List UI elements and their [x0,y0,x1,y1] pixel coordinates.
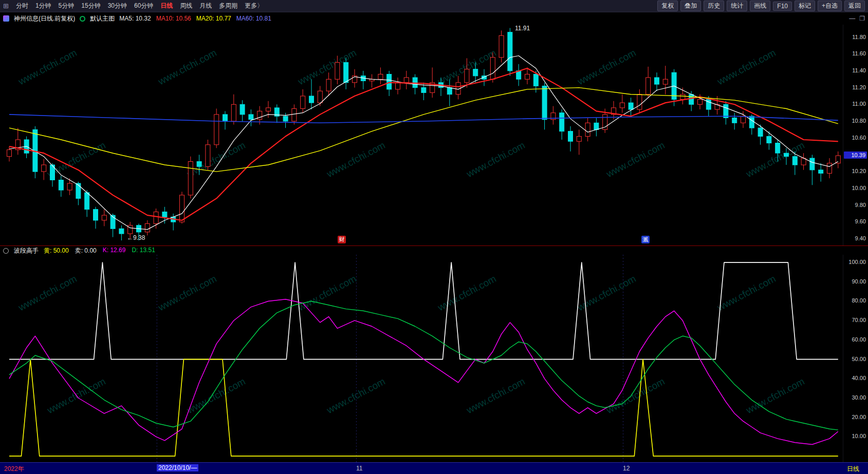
toolbar-button[interactable]: 返回 [844,1,865,11]
minimize-icon[interactable]: — [849,15,855,22]
info-bar: 神州信息(日线.前复权) 默认主图 MA5: 10.32MA10: 10.56M… [0,12,868,25]
current-price-tag: 10.39 [844,151,867,159]
price-axis-tick: 10.00 [852,185,866,191]
price-axis-tick: 11.60 [852,50,866,56]
price-axis-tick: 10.60 [852,135,866,141]
period-tab[interactable]: 1分钟 [35,2,51,10]
indicator-chart[interactable] [0,255,843,462]
indicator-axis-tick: 80.00 [852,297,866,304]
price-axis-tick: 11.80 [852,34,866,40]
signal-marker-jian: 溅 [641,236,650,243]
date-label: 2022/10/10/— [157,464,198,471]
toolbar-button[interactable]: 历史 [704,1,724,11]
ma-labels: MA5: 10.32MA10: 10.56MA20: 10.77MA60: 10… [119,15,271,22]
price-axis-tick: 11.40 [852,67,866,73]
indicator-value: D: 13.51 [132,247,155,255]
indicator-axis: 100.0090.0080.0070.0060.0050.0040.0030.0… [843,255,868,462]
period-menu: ⊞ 分时1分钟5分钟15分钟30分钟60分钟日线周线月线多周期更多〉 [3,2,263,10]
price-axis-tick: 9.80 [855,202,866,208]
main-chart-style-label[interactable]: 默认主图 [90,14,115,23]
toolbar-button[interactable]: 画线 [750,1,770,11]
indicator-axis-tick: 60.00 [852,336,866,343]
stock-icon [3,15,9,22]
price-axis-tick: 9.40 [855,235,866,241]
main-chart[interactable] [0,25,843,245]
high-annotation: 11.91 [515,25,530,32]
toolbar-button[interactable]: 复权 [657,1,678,11]
ma-label: MA20: 10.77 [196,15,231,22]
indicator-axis-tick: 30.00 [852,394,866,401]
price-axis-tick: 10.20 [852,168,866,174]
toolbar-buttons: 复权叠加历史统计画线F10标记+自选返回 [657,1,865,11]
period-tab[interactable]: 周线 [180,2,192,10]
signal-marker-cai: 财 [338,236,346,243]
period-tab[interactable]: 月线 [199,2,212,10]
price-axis-tick: 11.20 [852,84,866,90]
indicator-axis-tick: 50.00 [852,356,866,362]
indicator-toggle-icon[interactable] [3,248,9,254]
indicator-axis-tick: 20.00 [852,414,866,420]
ma-label: MA5: 10.32 [119,15,151,22]
toolbar-button[interactable]: F10 [773,2,792,11]
ma-label: MA10: 10.56 [156,15,191,22]
indicator-header: 波段高手 黄: 50.00卖: 0.00K: 12.69D: 13.51 [0,247,842,255]
period-tab[interactable]: 日线 [160,2,173,10]
period-tab[interactable]: 30分钟 [108,2,127,10]
period-tab[interactable]: 分时 [16,2,28,10]
price-axis-tick: 9.60 [855,218,866,224]
indicator-axis-tick: 90.00 [852,278,866,285]
period-tab[interactable]: 15分钟 [81,2,100,10]
date-axis-bar: 2022年 日线 2022/10/10/—1112 [0,462,868,474]
indicator-name: 波段高手 [14,247,39,255]
indicator-value: 卖: 0.00 [75,247,97,255]
indicator-axis-tick: 10.00 [852,433,866,439]
price-axis: 11.8011.6011.4011.2011.0010.8010.6010.20… [843,25,868,245]
indicator-axis-tick: 40.00 [852,375,866,381]
toolbar-button[interactable]: 叠加 [680,1,701,11]
period-indicator[interactable]: 日线 [847,465,859,473]
period-tab[interactable]: 多周期 [219,2,237,10]
maximize-icon[interactable]: ❐ [859,15,865,22]
app-grid-icon[interactable]: ⊞ [3,2,9,10]
trading-app-window: ⊞ 分时1分钟5分钟15分钟30分钟60分钟日线周线月线多周期更多〉 复权叠加历… [0,0,868,474]
panel-window-controls: —❐ [849,15,865,22]
date-label: 11 [356,465,362,472]
stock-title: 神州信息(日线.前复权) [14,14,75,23]
main-chart-style-icon[interactable] [80,16,85,22]
ma-label: MA60: 10.81 [236,15,271,22]
toolbar-button[interactable]: 标记 [795,1,815,11]
toolbar-button[interactable]: 统计 [727,1,747,11]
indicator-value: 黄: 50.00 [44,247,69,255]
period-tab[interactable]: 更多〉 [245,2,263,10]
date-label: 12 [623,465,630,472]
top-menu-bar: ⊞ 分时1分钟5分钟15分钟30分钟60分钟日线周线月线多周期更多〉 复权叠加历… [0,0,868,12]
price-axis-tick: 10.80 [852,118,866,124]
period-tab[interactable]: 5分钟 [59,2,75,10]
indicator-axis-tick: 100.00 [848,259,866,265]
indicator-axis-tick: 70.00 [852,317,866,323]
indicator-value: K: 12.69 [103,247,126,255]
year-label: 2022年 [4,465,24,473]
period-tab[interactable]: 60分钟 [134,2,153,10]
low-annotation: ←9.38 [127,234,145,241]
indicator-values: 黄: 50.00卖: 0.00K: 12.69D: 13.51 [44,247,155,255]
price-axis-tick: 11.00 [852,101,866,107]
toolbar-button[interactable]: +自选 [818,1,842,11]
